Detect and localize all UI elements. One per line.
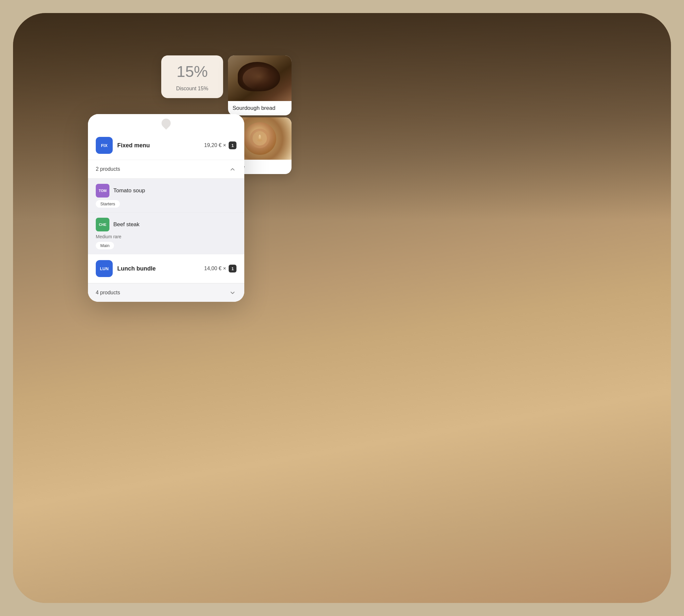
fixed-menu-qty: 1 xyxy=(229,141,236,149)
products-header[interactable]: 2 products xyxy=(88,160,244,179)
sourdough-image xyxy=(228,56,292,101)
beef-steak-category: Main xyxy=(96,242,114,249)
discount-card: 15% Discount 15% xyxy=(161,56,223,98)
beef-steak-desc: Medium rare xyxy=(96,234,236,239)
lunch-bundle-badge: LUN xyxy=(96,260,113,277)
products-count: 2 products xyxy=(96,166,120,172)
latte-art-svg xyxy=(249,128,270,149)
discount-label: Discount 15% xyxy=(168,86,216,92)
fixed-menu-price: 19,20 € × 1 xyxy=(204,141,236,149)
discount-percent: 15% xyxy=(168,63,216,81)
sourdough-card: Sourdough bread xyxy=(228,56,292,115)
pos-card: FIX Fixed menu 19,20 € × 1 2 products xyxy=(88,114,244,302)
pos-header xyxy=(88,114,244,131)
tomato-soup-item: TOM Tomato soup Starters xyxy=(88,179,244,213)
sourdough-label: Sourdough bread xyxy=(228,101,292,115)
fixed-menu-products-section: 2 products TOM Tomato soup Starters CH xyxy=(88,160,244,254)
lunch-bundle-name: Lunch bundle xyxy=(117,265,204,272)
fixed-menu-badge: FIX xyxy=(96,137,113,154)
lunch-products-count: 4 products xyxy=(96,290,120,295)
fixed-menu-price-value: 19,20 € × xyxy=(204,142,226,148)
lunch-bundle-price: 14,00 € × 1 xyxy=(204,265,236,272)
lunch-products-header[interactable]: 4 products xyxy=(88,283,244,302)
beef-steak-abbr: CHE xyxy=(96,218,110,232)
fixed-menu-row: FIX Fixed menu 19,20 € × 1 xyxy=(88,131,244,160)
chevron-up-icon[interactable] xyxy=(229,165,236,173)
lunch-bundle-row: LUN Lunch bundle 14,00 € × 1 xyxy=(88,254,244,283)
latte-cup xyxy=(244,122,276,155)
lunch-bundle-qty: 1 xyxy=(229,265,236,272)
beef-steak-item: CHE Beef steak Medium rare Main xyxy=(88,213,244,254)
leaf-icon xyxy=(160,117,173,130)
lunch-bundle-section: LUN Lunch bundle 14,00 € × 1 4 products xyxy=(88,254,244,302)
tomato-soup-top: TOM Tomato soup xyxy=(96,184,236,198)
main-scene: 15% Discount 15% Sourdough bread Latte xyxy=(13,13,671,603)
chevron-down-icon[interactable] xyxy=(229,289,236,296)
svg-point-2 xyxy=(257,139,262,142)
tomato-soup-abbr: TOM xyxy=(96,184,110,198)
lunch-bundle-price-value: 14,00 € × xyxy=(204,266,226,271)
beef-steak-name: Beef steak xyxy=(113,221,139,228)
beef-steak-top: CHE Beef steak xyxy=(96,218,236,232)
fixed-menu-name: Fixed menu xyxy=(117,142,204,149)
tomato-soup-category: Starters xyxy=(96,200,120,207)
tomato-soup-name: Tomato soup xyxy=(113,188,145,194)
